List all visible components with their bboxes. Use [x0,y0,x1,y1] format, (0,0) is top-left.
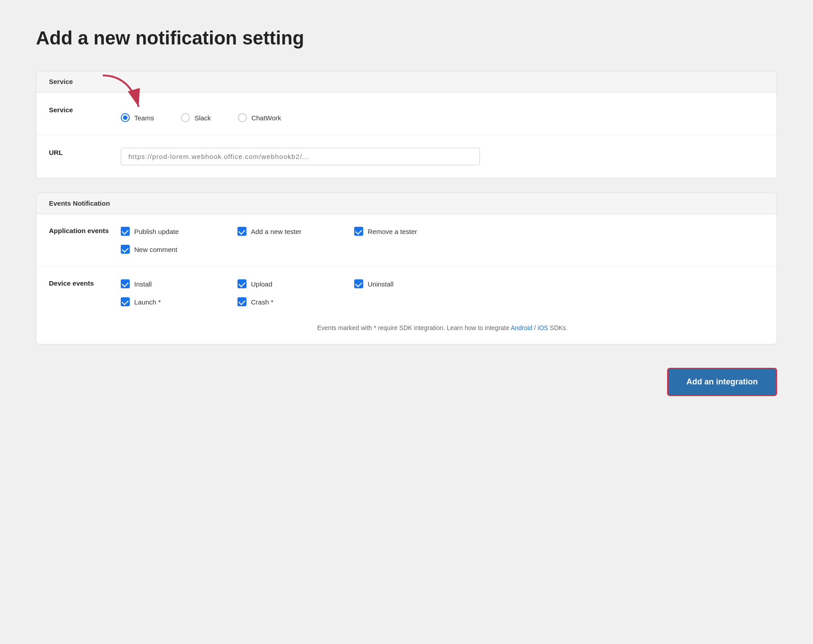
checkbox-publish-update-box[interactable] [121,227,130,236]
device-events-row-1: Install Upload Uninstall [121,279,764,288]
service-card: Service Service [36,71,777,178]
checkbox-install-box[interactable] [121,279,130,288]
checkbox-remove-tester-box[interactable] [354,227,363,236]
radio-slack-label: Slack [194,114,211,122]
checkbox-launch-box[interactable] [121,297,130,306]
radio-teams-label: Teams [134,114,154,122]
url-field-label: URL [49,148,121,156]
checkbox-crash-box[interactable] [237,297,246,306]
submit-area: Add an integration [36,359,777,396]
checkbox-new-comment-label: New comment [134,246,177,253]
checkbox-uninstall-label: Uninstall [368,280,394,288]
checkbox-launch-label: Launch * [134,298,161,306]
radio-option-chatwork[interactable]: ChatWork [238,113,281,122]
application-events-inner: Application events Publish update Add a … [49,227,764,254]
radio-option-teams[interactable]: Teams [121,113,154,122]
sdk-android-link[interactable]: Android [511,324,532,331]
sdk-note-prefix: Events marked with * require SDK integra… [317,324,511,331]
checkbox-crash[interactable]: Crash * [237,297,327,306]
events-card-body: Application events Publish update Add a … [36,214,777,344]
sdk-note: Events marked with * require SDK integra… [121,324,764,331]
checkbox-uninstall[interactable]: Uninstall [354,279,444,288]
events-card-header-label: Events Notification [49,199,110,207]
device-events-grid: Install Upload Uninstall [121,279,764,331]
service-field-label: Service [49,105,121,114]
radio-teams-input[interactable] [121,113,130,122]
application-events-row-1: Publish update Add a new tester Remove a… [121,227,764,236]
checkbox-launch[interactable]: Launch * [121,297,211,306]
checkbox-upload-box[interactable] [237,279,246,288]
radio-slack-input[interactable] [181,113,190,122]
radio-chatwork-input[interactable] [238,113,247,122]
service-card-header: Service [36,71,777,93]
url-input[interactable] [121,148,480,165]
sdk-ios-link[interactable]: iOS [538,324,548,331]
checkbox-new-comment[interactable]: New comment [121,245,211,254]
checkbox-install[interactable]: Install [121,279,211,288]
page-title: Add a new notification setting [36,27,777,49]
checkbox-add-new-tester-box[interactable] [237,227,246,236]
radio-chatwork-label: ChatWork [251,114,281,122]
checkbox-publish-update[interactable]: Publish update [121,227,211,236]
checkbox-uninstall-box[interactable] [354,279,363,288]
device-events-inner: Device events Install Upload [49,279,764,331]
device-events-label: Device events [49,279,121,287]
checkbox-add-new-tester-label: Add a new tester [251,228,302,235]
service-card-header-label: Service [49,78,73,85]
device-events-section: Device events Install Upload [36,267,777,344]
application-events-section: Application events Publish update Add a … [36,214,777,267]
device-events-row-2: Launch * Crash * [121,297,764,306]
radio-option-slack[interactable]: Slack [181,113,211,122]
checkbox-upload[interactable]: Upload [237,279,327,288]
service-radio-group: Teams Slack ChatWork [121,113,764,122]
checkbox-new-comment-box[interactable] [121,245,130,254]
checkbox-crash-label: Crash * [251,298,273,306]
application-events-row-2: New comment [121,245,764,254]
application-events-grid: Publish update Add a new tester Remove a… [121,227,764,254]
events-card-header: Events Notification [36,193,777,214]
checkbox-add-new-tester[interactable]: Add a new tester [237,227,327,236]
checkbox-remove-tester[interactable]: Remove a tester [354,227,444,236]
add-integration-button[interactable]: Add an integration [667,368,777,396]
checkbox-remove-tester-label: Remove a tester [368,228,417,235]
sdk-note-suffix: SDKs. [550,324,568,331]
service-card-body: Service Tea [36,93,777,178]
application-events-label: Application events [49,227,121,234]
checkbox-install-label: Install [134,280,152,288]
service-row: Service Tea [36,93,777,135]
url-input-container [121,148,764,165]
url-row: URL [36,135,777,178]
service-radio-group-container: Teams Slack ChatWork [121,105,764,122]
sdk-separator: / [534,324,538,331]
checkbox-publish-update-label: Publish update [134,228,179,235]
checkbox-upload-label: Upload [251,280,272,288]
events-card: Events Notification Application events P… [36,193,777,344]
